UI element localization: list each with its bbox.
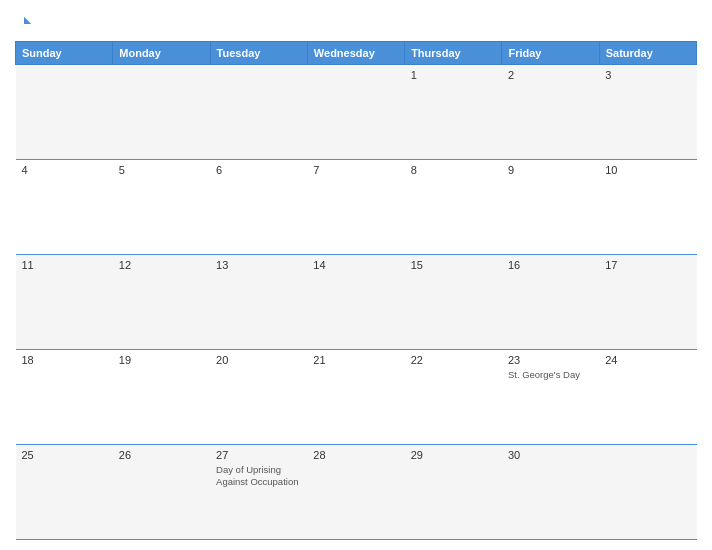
calendar-table: SundayMondayTuesdayWednesdayThursdayFrid… — [15, 41, 697, 540]
calendar-cell — [307, 65, 404, 160]
calendar-cell: 20 — [210, 350, 307, 445]
calendar-cell: 26 — [113, 445, 210, 540]
calendar-cell: 3 — [599, 65, 696, 160]
calendar-cell: 27Day of Uprising Against Occupation — [210, 445, 307, 540]
calendar-cell: 9 — [502, 160, 599, 255]
calendar-cell: 23St. George's Day — [502, 350, 599, 445]
calendar-cell: 29 — [405, 445, 502, 540]
day-number: 10 — [605, 164, 690, 176]
svg-marker-0 — [24, 17, 31, 24]
day-number: 25 — [22, 449, 107, 461]
calendar-cell: 10 — [599, 160, 696, 255]
weekday-header-wednesday: Wednesday — [307, 42, 404, 65]
day-number: 26 — [119, 449, 204, 461]
calendar-page: SundayMondayTuesdayWednesdayThursdayFrid… — [0, 0, 712, 550]
calendar-cell: 21 — [307, 350, 404, 445]
day-number: 24 — [605, 354, 690, 366]
weekday-header-row: SundayMondayTuesdayWednesdayThursdayFrid… — [16, 42, 697, 65]
calendar-cell: 11 — [16, 255, 113, 350]
calendar-cell — [113, 65, 210, 160]
calendar-cell: 4 — [16, 160, 113, 255]
week-row-5: 252627Day of Uprising Against Occupation… — [16, 445, 697, 540]
calendar-header — [15, 10, 697, 41]
week-row-4: 181920212223St. George's Day24 — [16, 350, 697, 445]
day-number: 27 — [216, 449, 301, 461]
day-number: 13 — [216, 259, 301, 271]
calendar-cell — [16, 65, 113, 160]
weekday-header-friday: Friday — [502, 42, 599, 65]
calendar-cell: 22 — [405, 350, 502, 445]
calendar-cell: 24 — [599, 350, 696, 445]
calendar-cell — [599, 445, 696, 540]
calendar-cell: 18 — [16, 350, 113, 445]
calendar-cell: 16 — [502, 255, 599, 350]
holiday-name: St. George's Day — [508, 369, 593, 381]
day-number: 14 — [313, 259, 398, 271]
day-number: 2 — [508, 69, 593, 81]
day-number: 30 — [508, 449, 593, 461]
day-number: 20 — [216, 354, 301, 366]
day-number: 3 — [605, 69, 690, 81]
calendar-cell: 1 — [405, 65, 502, 160]
week-row-3: 11121314151617 — [16, 255, 697, 350]
day-number: 21 — [313, 354, 398, 366]
day-number: 7 — [313, 164, 398, 176]
weekday-header-saturday: Saturday — [599, 42, 696, 65]
day-number: 28 — [313, 449, 398, 461]
calendar-cell: 2 — [502, 65, 599, 160]
day-number: 23 — [508, 354, 593, 366]
day-number: 19 — [119, 354, 204, 366]
weekday-header-tuesday: Tuesday — [210, 42, 307, 65]
calendar-cell: 15 — [405, 255, 502, 350]
day-number: 18 — [22, 354, 107, 366]
weekday-header-sunday: Sunday — [16, 42, 113, 65]
day-number: 1 — [411, 69, 496, 81]
day-number: 6 — [216, 164, 301, 176]
holiday-name: Day of Uprising Against Occupation — [216, 464, 301, 489]
weekday-header-thursday: Thursday — [405, 42, 502, 65]
calendar-cell: 17 — [599, 255, 696, 350]
logo — [15, 15, 37, 33]
day-number: 11 — [22, 259, 107, 271]
calendar-cell: 28 — [307, 445, 404, 540]
day-number: 15 — [411, 259, 496, 271]
logo-flag-icon — [15, 15, 33, 33]
calendar-cell: 12 — [113, 255, 210, 350]
day-number: 9 — [508, 164, 593, 176]
calendar-cell: 19 — [113, 350, 210, 445]
day-number: 29 — [411, 449, 496, 461]
calendar-cell — [210, 65, 307, 160]
day-number: 4 — [22, 164, 107, 176]
day-number: 5 — [119, 164, 204, 176]
day-number: 12 — [119, 259, 204, 271]
calendar-cell: 14 — [307, 255, 404, 350]
weekday-header-monday: Monday — [113, 42, 210, 65]
calendar-cell: 5 — [113, 160, 210, 255]
calendar-cell: 30 — [502, 445, 599, 540]
calendar-cell: 13 — [210, 255, 307, 350]
day-number: 22 — [411, 354, 496, 366]
calendar-cell: 7 — [307, 160, 404, 255]
day-number: 8 — [411, 164, 496, 176]
week-row-1: 123 — [16, 65, 697, 160]
week-row-2: 45678910 — [16, 160, 697, 255]
day-number: 17 — [605, 259, 690, 271]
day-number: 16 — [508, 259, 593, 271]
calendar-cell: 8 — [405, 160, 502, 255]
calendar-cell: 6 — [210, 160, 307, 255]
calendar-cell: 25 — [16, 445, 113, 540]
